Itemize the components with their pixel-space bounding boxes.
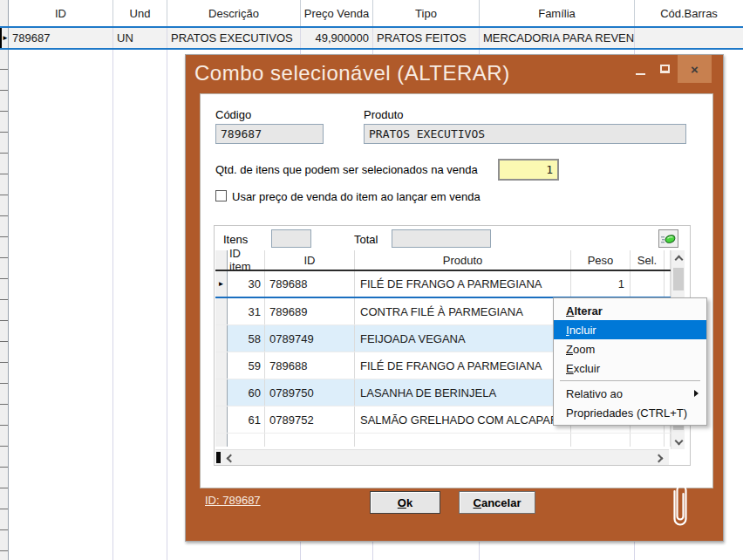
cell-produto: LASANHA DE BERINJELA bbox=[355, 379, 571, 406]
record-id-link[interactable]: ID: 789687 bbox=[205, 494, 261, 507]
usar-preco-checkbox[interactable] bbox=[215, 190, 227, 201]
table-row[interactable]: ► 789687 UN PRATOS EXECUTIVOS 49,900000 … bbox=[0, 26, 743, 50]
grid-row-selected[interactable]: ► 30 789688 FILÉ DE FRANGO A PARMEGIANA … bbox=[215, 271, 685, 298]
cancel-button[interactable]: Cancelar bbox=[459, 491, 535, 514]
qtd-itens-field[interactable]: 1 bbox=[498, 159, 559, 181]
submenu-arrow-icon bbox=[694, 390, 699, 397]
scroll-right-icon[interactable] bbox=[653, 450, 667, 466]
produto-field[interactable]: PRATOS EXECUTIVOS bbox=[364, 124, 686, 144]
grid-row-marker bbox=[215, 298, 228, 324]
grid-row-marker bbox=[215, 406, 228, 433]
grid-row-marker: ► bbox=[215, 271, 228, 297]
row-selector-cell: ► bbox=[0, 28, 9, 48]
column-header-id[interactable]: ID bbox=[9, 0, 113, 26]
menu-item-relativo-ao[interactable]: Relativo ao bbox=[554, 384, 706, 403]
column-header-cod-barras[interactable]: Cód.Barras bbox=[635, 0, 743, 26]
grid-context-menu: Alterar Incluir Zoom Excluir Relativo ao… bbox=[553, 297, 707, 426]
app-root: ID Und Descrição Preço Venda Tipo Famíli… bbox=[0, 0, 743, 560]
menu-item-alterar[interactable]: Alterar bbox=[554, 301, 706, 320]
close-icon: × bbox=[691, 62, 699, 77]
cell-produto: FEIJOADA VEGANA bbox=[355, 325, 571, 352]
cell-id: 789687 bbox=[9, 28, 113, 48]
grid-row-marker bbox=[215, 325, 228, 352]
grid-row-marker bbox=[215, 379, 228, 406]
cell-peso: 1 bbox=[571, 271, 631, 297]
cell-id: 0789750 bbox=[265, 379, 355, 406]
column-header-und[interactable]: Und bbox=[113, 0, 167, 26]
cell-id: 789688 bbox=[265, 271, 355, 297]
ok-button[interactable]: Ok bbox=[370, 491, 440, 514]
cell-id: 0789749 bbox=[265, 325, 355, 352]
grid-header-extra bbox=[665, 250, 671, 270]
cell-extra bbox=[265, 434, 355, 447]
cell-id-item: 58 bbox=[228, 325, 265, 352]
current-row-marker-icon: ► bbox=[218, 281, 225, 288]
cell-id-item: 59 bbox=[228, 352, 265, 379]
maximize-button[interactable] bbox=[653, 57, 676, 81]
ok-button-label: Ok bbox=[398, 496, 412, 509]
grid-header-sel[interactable]: Sel. bbox=[631, 250, 665, 270]
cell-id-item: 31 bbox=[228, 298, 265, 324]
dialog-title: Combo selecionável (ALTERAR) bbox=[194, 61, 510, 85]
usar-preco-checkbox-label: Usar preço de venda do item ao lançar em… bbox=[232, 190, 481, 203]
menu-item-zoom[interactable]: Zoom bbox=[554, 339, 706, 359]
cell-extra bbox=[571, 434, 631, 447]
cell-id-item: 60 bbox=[228, 379, 265, 406]
paperclip-icon bbox=[669, 480, 692, 533]
total-field[interactable] bbox=[392, 229, 491, 248]
menu-item-incluir[interactable]: Incluir bbox=[554, 320, 706, 339]
column-header-preco-venda[interactable]: Preço Venda bbox=[301, 0, 373, 26]
cell-und: UN bbox=[113, 28, 167, 48]
menu-item-label: Incluir bbox=[566, 324, 596, 337]
grid-header-id-item[interactable]: ID item bbox=[228, 250, 265, 270]
active-row-bar bbox=[0, 28, 2, 48]
vertical-scrollbar-thumb[interactable] bbox=[673, 268, 684, 290]
menu-item-label: Propriedades (CTRL+T) bbox=[566, 406, 687, 420]
cancel-button-label: Cancelar bbox=[474, 496, 521, 509]
cell-extra bbox=[228, 434, 265, 447]
cell-produto: FILÉ DE FRANGO A PARMEGIANA bbox=[355, 352, 571, 379]
cell-produto: CONTRA FILÉ À PARMEGIANA bbox=[355, 298, 571, 324]
column-header-descricao[interactable]: Descrição bbox=[167, 0, 301, 26]
grid-header-peso[interactable]: Peso bbox=[571, 250, 631, 270]
gutter-ticks bbox=[0, 49, 8, 560]
codigo-field[interactable]: 789687 bbox=[215, 124, 324, 144]
menu-item-excluir[interactable]: Excluir bbox=[554, 359, 706, 378]
green-eraser-icon bbox=[661, 233, 676, 245]
menu-item-label: Relativo ao bbox=[566, 387, 623, 400]
itens-count-field[interactable] bbox=[271, 229, 311, 248]
minimize-button[interactable] bbox=[629, 57, 651, 81]
column-header-familia[interactable]: Família bbox=[480, 0, 635, 26]
dialog-content-panel: Código 789687 Produto PRATOS EXECUTIVOS … bbox=[200, 93, 713, 488]
menu-item-label: Zoom bbox=[566, 343, 595, 356]
grid-row-marker bbox=[215, 352, 228, 379]
cell-id-item: 30 bbox=[228, 271, 265, 297]
column-header-tipo[interactable]: Tipo bbox=[373, 0, 480, 26]
scroll-up-icon[interactable] bbox=[671, 250, 685, 265]
cell-id-item: 61 bbox=[228, 406, 265, 433]
close-button[interactable]: × bbox=[678, 55, 712, 83]
cell-extra bbox=[665, 271, 671, 297]
cell-extra bbox=[215, 434, 228, 447]
cell-sel bbox=[631, 271, 665, 297]
grid-header-produto[interactable]: Produto bbox=[355, 250, 571, 270]
horizontal-scrollbar[interactable] bbox=[215, 449, 669, 465]
current-row-marker-icon: ► bbox=[2, 35, 9, 42]
grid-header-selector bbox=[215, 250, 228, 270]
table-gridline bbox=[167, 49, 167, 560]
cell-extra bbox=[665, 434, 671, 447]
menu-separator bbox=[560, 380, 700, 381]
grid-header-id[interactable]: ID bbox=[265, 250, 355, 270]
cell-id: 789688 bbox=[265, 352, 355, 379]
minimize-icon bbox=[636, 73, 645, 75]
menu-item-propriedades[interactable]: Propriedades (CTRL+T) bbox=[554, 403, 706, 422]
table-row-selector-gutter bbox=[0, 0, 9, 560]
scroll-down-icon[interactable] bbox=[671, 434, 685, 449]
cell-id: 789689 bbox=[265, 298, 355, 324]
clear-filter-button[interactable] bbox=[658, 229, 678, 248]
menu-item-label: Alterar bbox=[566, 304, 603, 318]
horizontal-scrollbar-thumb[interactable] bbox=[216, 452, 221, 463]
scroll-left-icon[interactable] bbox=[222, 450, 236, 466]
codigo-label: Código bbox=[215, 108, 251, 121]
table-gridline bbox=[112, 49, 113, 560]
